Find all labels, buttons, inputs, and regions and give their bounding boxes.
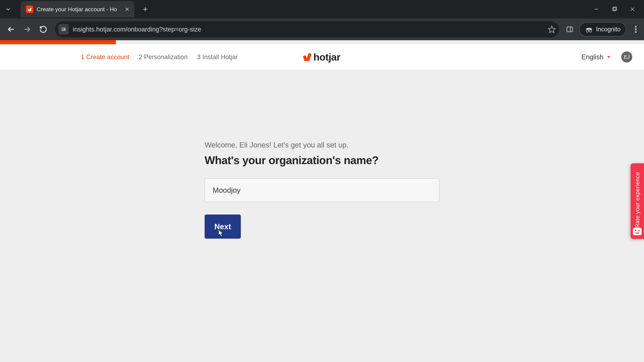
chevron-down-icon [606,55,611,59]
onboarding-progress-fill [0,40,116,44]
organization-name-input[interactable] [204,178,440,202]
svg-point-21 [635,26,637,28]
next-button[interactable]: Next [204,215,241,239]
new-tab-button[interactable] [139,3,151,15]
incognito-label: Incognito [596,26,620,33]
back-button[interactable] [4,22,18,37]
tab-title: Create your Hotjar account - Ho [36,6,120,12]
onboarding-form: Welcome, Eli Jones! Let's get you all se… [204,141,440,239]
hotjar-mark-icon [304,53,310,61]
tab-strip: Create your Hotjar account - Ho [0,0,644,18]
svg-point-22 [635,28,637,30]
forward-button[interactable] [20,22,34,37]
question-heading: What's your organization's name? [204,154,440,167]
brand-logo[interactable]: hotjar [304,51,340,63]
close-window-button[interactable] [628,5,636,13]
feedback-label: Rate your experience [634,168,641,228]
app-header: 1 Create account 2 Personalization 3 Ins… [0,44,644,70]
feedback-tab[interactable]: Rate your experience [630,163,644,239]
close-tab-button[interactable] [124,6,130,12]
tab-favicon-icon [26,5,33,13]
incognito-icon [585,26,593,33]
window-controls [592,5,644,13]
incognito-indicator[interactable]: Incognito [579,22,626,36]
page-body: 1 Create account 2 Personalization 3 Ins… [0,40,644,362]
language-label: English [582,53,604,61]
address-bar[interactable]: insights.hotjar.com/onboarding?step=org-… [55,21,559,37]
brand-wordmark: hotjar [314,51,340,63]
svg-point-18 [586,30,589,32]
tabs-dropdown-button[interactable] [0,1,16,17]
user-avatar[interactable]: EJ [621,51,632,62]
step-personalization[interactable]: 2 Personalization [139,53,188,61]
svg-point-14 [64,29,66,30]
smiley-icon [633,228,642,235]
bookmark-star-icon[interactable] [546,24,557,35]
step-create-account[interactable]: 1 Create account [81,53,129,61]
side-panel-icon[interactable] [565,25,574,34]
svg-marker-15 [548,26,555,33]
url-text: insights.hotjar.com/onboarding?step=org-… [73,26,542,33]
welcome-text: Welcome, Eli Jones! Let's get you all se… [204,141,440,149]
language-selector[interactable]: English [582,53,611,61]
minimize-button[interactable] [592,5,600,13]
svg-point-23 [635,31,637,33]
svg-rect-16 [567,27,572,32]
browser-menu-button[interactable] [631,25,640,34]
browser-toolbar: insights.hotjar.com/onboarding?step=org-… [0,18,644,40]
browser-tab[interactable]: Create your Hotjar account - Ho [20,1,134,17]
toolbar-right: Incognito [564,22,640,36]
reload-button[interactable] [36,22,51,37]
onboarding-steps: 1 Create account 2 Personalization 3 Ins… [81,53,238,61]
maximize-button[interactable] [610,5,618,13]
onboarding-progress [0,40,644,44]
cursor-icon [218,229,224,237]
svg-point-19 [589,30,592,32]
browser-chrome: Create your Hotjar account - Ho [0,0,644,40]
step-install-hotjar[interactable]: 3 Install Hotjar [197,53,238,61]
site-settings-icon[interactable] [58,24,69,34]
svg-marker-24 [607,56,610,58]
